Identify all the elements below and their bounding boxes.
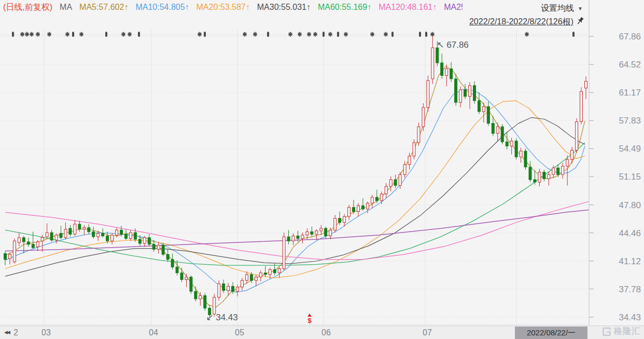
date-range-row: 2022/2/18-2022/8/22(126根)	[469, 16, 585, 28]
current-date-badge: 2022/08/22/一	[515, 327, 587, 339]
pan-back-button[interactable]: ◀◀	[4, 330, 9, 335]
month-label: 07	[423, 328, 432, 337]
month-label: 05	[235, 328, 244, 337]
stock-chart-window: 67.8664.5261.1757.8354.4951.1547.8044.46…	[0, 0, 644, 339]
ma-legend-item: MA10:54.805↑	[135, 3, 189, 12]
svg-text:57.83: 57.83	[619, 116, 641, 126]
month-label: 04	[149, 328, 158, 337]
svg-text:34.43: 34.43	[619, 313, 641, 322]
candlestick-chart-canvas[interactable]: 67.8664.5261.1757.8354.4951.1547.8044.46…	[0, 0, 644, 339]
svg-text:54.49: 54.49	[619, 144, 641, 154]
chart-period-title: (日线,前复权)	[3, 2, 52, 13]
ma-legend-item: MA20:53.587↑	[197, 3, 250, 12]
ma-legend: MA5:57.602↑MA10:54.805↑MA20:53.587↑MA30:…	[79, 3, 463, 12]
month-label: 06	[321, 328, 331, 337]
ma-group-label: MA	[60, 3, 72, 12]
ma-legend-item: MA60:55.169↑	[318, 3, 371, 12]
svg-text:37.78: 37.78	[619, 284, 641, 294]
svg-text:51.15: 51.15	[619, 172, 641, 182]
chevron-down-icon: ▼	[578, 6, 583, 11]
ma-settings-label: 设置均线	[541, 3, 574, 14]
svg-text:64.52: 64.52	[619, 60, 641, 70]
watermark: 格隆汇	[601, 326, 640, 337]
svg-text:47.80: 47.80	[619, 200, 641, 210]
svg-text:44.46: 44.46	[619, 228, 641, 238]
ma-settings-button[interactable]: 设置均线 ▼	[541, 3, 583, 14]
svg-text:$: $	[307, 317, 312, 324]
x-axis-strip: ◀◀ 20304050607 2022/08/22/一	[0, 326, 644, 339]
ma-legend-item: MA5:57.602↑	[79, 3, 128, 12]
ma-legend-item: MA30:55.031↑	[257, 3, 311, 12]
svg-text:↙ 34.43: ↙ 34.43	[206, 313, 238, 322]
month-label: 03	[41, 328, 51, 337]
pin-icon[interactable]	[576, 17, 585, 27]
month-label: 2	[13, 328, 18, 337]
chart-header: (日线,前复权) MA MA5:57.602↑MA10:54.805↑MA20:…	[3, 2, 535, 13]
watermark-logo-icon	[601, 327, 612, 337]
ma-legend-item: MA25	[444, 3, 463, 12]
date-range-link[interactable]: 2022/2/18-2022/8/22(126根)	[469, 17, 573, 28]
watermark-text: 格隆汇	[614, 326, 640, 337]
svg-text:61.17: 61.17	[619, 88, 641, 98]
svg-text:↖ 67.86: ↖ 67.86	[437, 40, 469, 50]
svg-text:67.86: 67.86	[619, 32, 641, 42]
ma-legend-item: MA120:48.161↑	[379, 3, 437, 12]
svg-text:41.12: 41.12	[619, 256, 641, 266]
